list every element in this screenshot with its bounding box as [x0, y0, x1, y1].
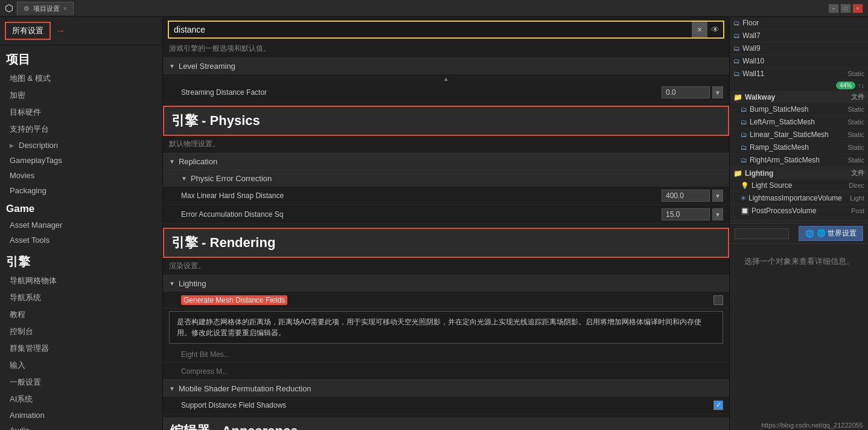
- physics-error-arrow-icon: ▼: [181, 175, 187, 182]
- eight-bit-label: Eight Bit Mes...: [181, 350, 723, 359]
- support-df-shadows-checkbox[interactable]: [713, 400, 723, 410]
- snap-distance-input[interactable]: [662, 190, 710, 202]
- outliner-item-wall10[interactable]: 🗂 Wall10: [730, 55, 868, 68]
- sidebar-item-nav-system[interactable]: 导航系统: [0, 289, 162, 306]
- level-streaming-header[interactable]: ▼ Level Streaming: [163, 57, 729, 74]
- ramp-status: Static: [847, 144, 864, 151]
- progress-badge: 44%: [836, 82, 855, 89]
- progress-arrows: ↑↓: [858, 82, 864, 89]
- outliner-label-wall10: Wall10: [742, 57, 764, 65]
- outliner-label-wall11: Wall11: [742, 69, 764, 78]
- level-streaming-label: Level Streaming: [179, 62, 235, 71]
- sidebar-item-packaging[interactable]: Packaging: [0, 183, 162, 198]
- close-button[interactable]: ×: [852, 4, 863, 13]
- error-accum-input[interactable]: [662, 208, 710, 220]
- search-input[interactable]: [169, 22, 692, 37]
- physics-desc: 默认物理设置。: [163, 137, 729, 153]
- lightmass-status: Light: [850, 194, 864, 202]
- outliner-item-wall9[interactable]: 🗂 Wall9: [730, 42, 868, 55]
- snap-distance-dropdown[interactable]: ▼: [712, 190, 723, 202]
- center-content: × 👁 游戏引擎的一般选项和默认值。 ▼ Level Streaming ▲ S…: [163, 17, 729, 430]
- world-settings-button[interactable]: 🌐 🌐 世界设置: [799, 226, 863, 241]
- sidebar-item-gameplay-tags[interactable]: GameplayTags: [0, 153, 162, 168]
- streaming-distance-row: Streaming Distance Factor ▼: [163, 83, 729, 102]
- outliner-label-floor: Floor: [742, 19, 759, 27]
- sidebar-item-maps[interactable]: 地图 & 模式: [0, 70, 162, 87]
- mobile-shader-label: Mobile Shader Permutation Reduction: [179, 384, 311, 393]
- sidebar-item-encryption[interactable]: 加密: [0, 87, 162, 104]
- replication-header[interactable]: ▼ Replication: [163, 153, 729, 170]
- world-settings-label: 🌐 世界设置: [817, 228, 857, 239]
- snap-distance-value: ▼: [662, 190, 723, 202]
- outliner-item-leftarm[interactable]: 🗂 LeftArm_StaticMesh Static: [730, 116, 868, 129]
- sidebar-item-asset-manager[interactable]: Asset Manager: [0, 217, 162, 233]
- url-bar: https://blog.csdn.net/qq_21222055: [761, 422, 863, 429]
- mesh-icon-floor: 🗂: [733, 19, 740, 27]
- outliner-folder-walkway[interactable]: 📁 Walkway 文件: [730, 91, 868, 103]
- sidebar-item-target-hardware[interactable]: 目标硬件: [0, 104, 162, 121]
- mesh-icon-ramp: 🗂: [741, 144, 747, 151]
- outliner-item-light-source[interactable]: 💡 Light Source Direc: [730, 179, 868, 192]
- mesh-icon-rightarm: 🗂: [741, 156, 747, 164]
- generate-mesh-df-checkbox[interactable]: [713, 295, 723, 305]
- settings-tab[interactable]: ⚙ 项目设置 ×: [17, 2, 74, 15]
- minimize-button[interactable]: −: [828, 4, 839, 13]
- sidebar-item-asset-tools[interactable]: Asset Tools: [0, 233, 162, 248]
- all-settings-button[interactable]: 所有设置: [5, 22, 51, 40]
- outliner-label-ramp: Ramp_StaticMesh: [750, 143, 809, 152]
- sidebar-item-ai-system[interactable]: AI系统: [0, 391, 162, 408]
- settings-scroll[interactable]: ▼ Level Streaming ▲ Streaming Distance F…: [163, 57, 729, 430]
- snap-distance-label: Max Linear Hard Snap Distance: [181, 191, 662, 200]
- outliner-item-postprocess[interactable]: 🔲 PostProcessVolume Post: [730, 205, 868, 217]
- sidebar-item-animation[interactable]: Animation: [0, 408, 162, 423]
- sidebar-item-general-settings[interactable]: 一般设置: [0, 374, 162, 391]
- lighting-header[interactable]: ▼ Lighting: [163, 275, 729, 292]
- outliner-item-bump[interactable]: 🗂 Bump_StaticMesh Static: [730, 103, 868, 116]
- search-eye-button[interactable]: 👁: [707, 22, 723, 37]
- physics-error-header[interactable]: ▼ Physic Error Correction: [163, 170, 729, 187]
- sidebar-item-movies[interactable]: Movies: [0, 168, 162, 183]
- outliner-item-lightmass[interactable]: ✳ LightmassImportanceVolume Light: [730, 192, 868, 205]
- mobile-shader-arrow-icon: ▼: [169, 385, 175, 392]
- leftarm-status: Static: [847, 118, 864, 126]
- game-section-title: Game: [0, 198, 162, 217]
- sidebar-item-platforms[interactable]: 支持的平台: [0, 121, 162, 138]
- outliner-item-rightarm[interactable]: 🗂 RightArm_StaticMesh Static: [730, 154, 868, 167]
- error-accum-dropdown[interactable]: ▼: [712, 208, 723, 220]
- support-df-shadows-row: Support Distance Field Shadows: [163, 397, 729, 414]
- rendering-section-header: 引擎 - Rendering: [163, 228, 729, 258]
- folder-icon-lighting: 📁: [733, 169, 742, 178]
- outliner-item-ramp[interactable]: 🗂 Ramp_StaticMesh Static: [730, 141, 868, 154]
- sidebar-item-description[interactable]: Description: [0, 138, 162, 153]
- scroll-up-indicator: ▲: [443, 75, 449, 82]
- tab-close-button[interactable]: ×: [63, 5, 67, 12]
- mesh-icon-wall10: 🗂: [733, 57, 740, 65]
- outliner-label-bump: Bump_StaticMesh: [750, 105, 808, 114]
- streaming-distance-dropdown[interactable]: ▼: [712, 86, 723, 98]
- outliner-folder-lighting[interactable]: 📁 Lighting 文件: [730, 167, 868, 179]
- sidebar-item-crowd-manager[interactable]: 群集管理器: [0, 340, 162, 357]
- sidebar-item-navmesh[interactable]: 导航网格物体: [0, 272, 162, 289]
- compress-label: Compress M...: [181, 367, 723, 376]
- outliner-item-linear-stair[interactable]: 🗂 Linear_Stair_StaticMesh Static: [730, 129, 868, 141]
- sidebar-item-input[interactable]: 输入: [0, 357, 162, 374]
- section-arrow-icon: ▼: [169, 63, 175, 69]
- search-clear-button[interactable]: ×: [692, 22, 707, 37]
- outliner-item-wall7[interactable]: 🗂 Wall7: [730, 30, 868, 42]
- mobile-shader-header[interactable]: ▼ Mobile Shader Permutation Reduction: [163, 380, 729, 397]
- maximize-button[interactable]: □: [840, 4, 851, 13]
- streaming-distance-label: Streaming Distance Factor: [181, 88, 662, 97]
- sidebar-item-tutorials[interactable]: 教程: [0, 306, 162, 323]
- snap-distance-row: Max Linear Hard Snap Distance ▼: [163, 187, 729, 205]
- main-layout: 所有设置 → 项目 地图 & 模式 加密 目标硬件 支持的平台 Descript…: [0, 17, 868, 430]
- outliner-label-wall9: Wall9: [742, 44, 761, 53]
- outliner-item-wall11[interactable]: 🗂 Wall11 Static: [730, 68, 868, 80]
- engine-section-title: 引擎: [0, 248, 162, 272]
- outliner-item-floor[interactable]: 🗂 Floor: [730, 17, 868, 30]
- sidebar-item-console[interactable]: 控制台: [0, 323, 162, 340]
- sidebar-item-audio[interactable]: Audio: [0, 423, 162, 430]
- generate-mesh-df-label: Generate Mesh Distance Fields: [181, 296, 713, 304]
- outliner-label-lightmass: LightmassImportanceVolume: [748, 194, 842, 202]
- actor-search-input[interactable]: [735, 228, 789, 239]
- streaming-distance-input[interactable]: [662, 86, 710, 98]
